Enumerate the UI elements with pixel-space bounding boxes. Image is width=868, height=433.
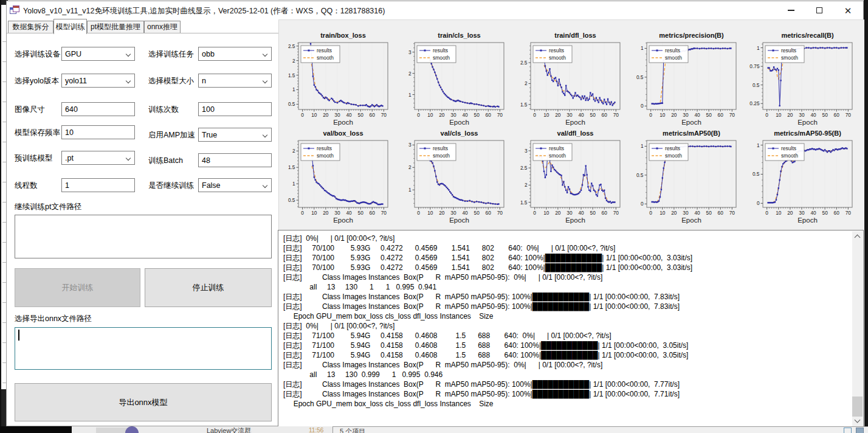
svg-text:20: 20 — [323, 112, 329, 118]
field-label: 训练次数 — [148, 105, 179, 115]
combo-3-right[interactable]: True — [198, 128, 272, 142]
svg-text:0: 0 — [641, 201, 644, 207]
svg-text:2: 2 — [408, 164, 412, 170]
svg-text:20: 20 — [439, 112, 445, 118]
scrollbar-thumb[interactable] — [852, 397, 863, 417]
chevron-down-icon — [263, 78, 267, 83]
svg-text:1: 1 — [292, 181, 295, 187]
svg-text:70: 70 — [846, 210, 852, 216]
tab-model-training[interactable]: 模型训练 — [53, 19, 87, 34]
svg-text:40: 40 — [810, 210, 816, 216]
start-training-button[interactable]: 开始训练 — [15, 268, 140, 307]
log-scrollbar[interactable] — [852, 231, 863, 426]
continue-path-label: 继续训练pt文件路径 — [15, 202, 81, 212]
input-4-right[interactable]: 48 — [198, 153, 272, 167]
svg-text:smooth: smooth — [433, 55, 450, 61]
field-value: .pt — [65, 154, 74, 162]
field-value: GPU — [65, 50, 81, 58]
chat-time: 11:56 — [309, 427, 323, 433]
combo-4-left[interactable]: .pt — [61, 151, 135, 165]
svg-text:smooth: smooth — [317, 153, 334, 159]
svg-text:0: 0 — [765, 210, 768, 216]
scrollbar-down-icon[interactable] — [855, 417, 861, 423]
taskbar-black-sliver — [0, 426, 72, 433]
svg-text:2: 2 — [292, 58, 295, 64]
export-path-textarea[interactable] — [15, 327, 272, 370]
title-bar[interactable]: Yolov8_v10_v11_v12免环境训练工具,追加实时曲线显示，Ver20… — [7, 1, 863, 19]
svg-text:10: 10 — [660, 210, 666, 216]
svg-text:1: 1 — [757, 45, 760, 51]
scrollbar-up-icon[interactable] — [855, 235, 861, 241]
window-title: Yolov8_v10_v11_v12免环境训练工具,追加实时曲线显示，Ver20… — [23, 6, 385, 16]
close-button[interactable]: ✕ — [834, 1, 862, 19]
svg-text:10: 10 — [543, 112, 549, 118]
export-onnx-button[interactable]: 导出onnx模型 — [15, 383, 272, 421]
input-2-right[interactable]: 100 — [198, 102, 272, 116]
svg-text:0.5: 0.5 — [636, 74, 644, 80]
field-label: 预训练模型 — [15, 153, 53, 164]
svg-text:70: 70 — [729, 210, 735, 216]
combo-0-right[interactable]: obb — [198, 47, 272, 61]
svg-text:20: 20 — [439, 210, 445, 216]
svg-text:0: 0 — [533, 112, 536, 118]
svg-text:40: 40 — [346, 210, 352, 216]
svg-text:0: 0 — [641, 103, 644, 109]
svg-text:2: 2 — [408, 71, 412, 77]
svg-text:70: 70 — [497, 112, 503, 118]
combo-0-left[interactable]: GPU — [61, 47, 135, 61]
svg-text:results: results — [781, 47, 796, 54]
text-caret — [18, 330, 19, 341]
explorer-details-view-icon[interactable] — [844, 428, 852, 433]
tab-onnx-inference[interactable]: onnx推理 — [144, 21, 181, 33]
maximize-button[interactable] — [805, 1, 833, 19]
stop-training-button[interactable]: 停止训练 — [145, 268, 272, 307]
minimize-button[interactable] — [777, 1, 805, 19]
chart-val-box-loss: 0102030405060700.511.52resultssmoothval/… — [279, 128, 396, 226]
svg-text:50: 50 — [822, 210, 828, 216]
input-5-left[interactable]: 1 — [61, 178, 135, 192]
svg-text:40: 40 — [462, 210, 468, 216]
svg-text:1: 1 — [408, 187, 412, 193]
continue-path-textarea[interactable] — [15, 215, 272, 258]
svg-text:0: 0 — [649, 112, 652, 118]
log-output-box[interactable]: [日志] 0%| | 0/1 [00:00<?, ?it/s][日志] 70/1… — [278, 230, 864, 427]
combo-1-left[interactable]: yolo11 — [61, 74, 135, 88]
explorer-thumbnail-view-icon[interactable] — [856, 428, 864, 433]
svg-text:60: 60 — [486, 112, 492, 118]
svg-text:30: 30 — [799, 112, 805, 118]
svg-text:2: 2 — [525, 80, 528, 86]
svg-text:Epoch: Epoch — [565, 119, 585, 126]
tab-dataset-split[interactable]: 数据集拆分 — [8, 21, 53, 33]
svg-text:smooth: smooth — [549, 55, 566, 61]
svg-text:0: 0 — [533, 210, 536, 216]
svg-text:smooth: smooth — [781, 55, 798, 61]
field-value: True — [202, 131, 217, 139]
chart-metrics-map50-95-b: 01020304050607000.51resultssmoothmetrics… — [743, 128, 860, 226]
svg-text:smooth: smooth — [665, 55, 682, 61]
field-label: 图像尺寸 — [15, 105, 45, 115]
svg-text:Epoch: Epoch — [333, 119, 353, 126]
svg-text:20: 20 — [671, 112, 677, 118]
chart-train-cls-loss: 010203040506070123resultssmoothtrain/cls… — [395, 30, 512, 128]
svg-text:0: 0 — [765, 112, 768, 118]
svg-text:10: 10 — [427, 112, 433, 118]
svg-text:3: 3 — [408, 142, 412, 148]
field-label: 选择模型大小 — [148, 76, 194, 86]
svg-text:0: 0 — [417, 210, 420, 216]
chart-metrics-map50-b: 01020304050607000.51resultssmoothmetrics… — [627, 128, 744, 226]
svg-text:10: 10 — [660, 112, 666, 118]
input-2-left[interactable]: 640 — [61, 102, 135, 116]
svg-text:0: 0 — [649, 210, 652, 216]
svg-text:results: results — [665, 47, 680, 54]
svg-text:results: results — [433, 47, 448, 54]
svg-text:50: 50 — [706, 112, 712, 118]
svg-text:0: 0 — [757, 200, 760, 206]
svg-text:50: 50 — [358, 112, 364, 118]
input-3-left[interactable]: 10 — [61, 125, 135, 139]
tab-pt-batch-inference[interactable]: pt模型批量推理 — [87, 21, 144, 33]
log-line: [日志] 71/100 5.94G 0.4158 0.4608 1.5 688 … — [283, 350, 850, 360]
svg-text:results: results — [781, 145, 796, 151]
combo-5-right[interactable]: False — [198, 178, 272, 192]
svg-text:60: 60 — [718, 112, 724, 118]
combo-1-right[interactable]: n — [198, 74, 272, 88]
